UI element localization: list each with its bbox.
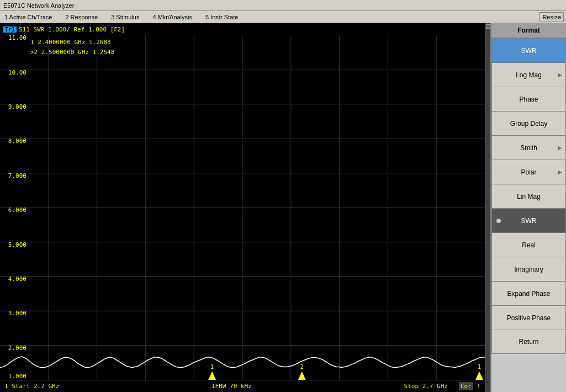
start-freq-label: 1 Start 2.2 GHz [4, 383, 59, 390]
smith-arrow: ▶ [558, 145, 562, 151]
svg-text:9.000: 9.000 [8, 103, 27, 110]
chart-plot: 1 2.4000000 GHz 1.2683 >2 2.5000000 GHz … [0, 35, 485, 380]
resize-button[interactable]: Resize [539, 12, 564, 22]
svg-text:3.000: 3.000 [8, 310, 27, 317]
svg-text:6.000: 6.000 [8, 206, 27, 214]
format-swr-active[interactable]: SWR [491, 38, 566, 62]
svg-text:4.000: 4.000 [8, 276, 27, 283]
scrollbar-strip [485, 23, 490, 392]
svg-text:1: 1 [478, 363, 481, 369]
marker-2-info: >2 2.5000000 GHz 1.2548 [30, 47, 114, 57]
svg-text:5.000: 5.000 [8, 241, 27, 248]
return-btn[interactable]: Return [491, 330, 566, 354]
scroll-arrow-up[interactable] [486, 24, 490, 29]
chart-header: Tr1 S11 SWR 1.000/ Ref 1.000 [F2] [0, 23, 485, 35]
phase-btn[interactable]: Phase [491, 87, 566, 111]
app-title: E5071C Network Analyzer [3, 2, 74, 9]
menu-instr-state[interactable]: 5 Instr State [203, 13, 240, 22]
main-container: Tr1 S11 SWR 1.000/ Ref 1.000 [F2] 1 2.40… [0, 23, 566, 392]
svg-text:1.000: 1.000 [8, 373, 27, 380]
lin-mag-btn[interactable]: Lin Mag [491, 184, 566, 208]
title-bar: E5071C Network Analyzer [0, 0, 566, 11]
swr-selected-btn[interactable]: SWR [491, 208, 566, 232]
svg-text:1: 1 [210, 363, 214, 369]
log-mag-btn[interactable]: Log Mag ▶ [491, 62, 566, 87]
stop-freq-label: Stop 2.7 GHz Cor ! [404, 383, 480, 390]
plot-svg: 11.00 10.00 9.000 8.000 7.000 6.000 5.00… [0, 35, 485, 380]
swr-dot [496, 219, 501, 223]
menu-mkr-analysis[interactable]: 4 Mkr/Analysis [150, 13, 194, 22]
menu-active-ch[interactable]: 1 Active Ch/Trace [2, 13, 54, 22]
marker-1-info: 1 2.4000000 GHz 1.2683 [30, 38, 114, 47]
warning-label: ! [477, 383, 480, 390]
log-mag-arrow: ▶ [558, 72, 562, 78]
chart-area: Tr1 S11 SWR 1.000/ Ref 1.000 [F2] 1 2.40… [0, 23, 485, 392]
menu-bar: 1 Active Ch/Trace 2 Response 3 Stimulus … [0, 11, 566, 23]
format-header: Format [491, 23, 566, 38]
svg-text:11.00: 11.00 [8, 35, 27, 41]
svg-text:2: 2 [300, 363, 304, 369]
menu-stimulus[interactable]: 3 Stimulus [109, 13, 141, 22]
real-btn[interactable]: Real [491, 232, 566, 257]
group-delay-btn[interactable]: Group Delay [491, 111, 566, 135]
cor-label: Cor [459, 382, 473, 390]
chart-footer: 1 Start 2.2 GHz IFBW 70 kHz Stop 2.7 GHz… [0, 380, 485, 392]
menu-response[interactable]: 2 Response [63, 13, 100, 22]
svg-text:10.00: 10.00 [8, 68, 27, 76]
expand-phase-btn[interactable]: Expand Phase [491, 281, 566, 305]
svg-text:2.000: 2.000 [8, 345, 27, 352]
polar-btn[interactable]: Polar ▶ [491, 160, 566, 184]
chart-info: S11 SWR 1.000/ Ref 1.000 [F2] [19, 26, 125, 33]
polar-arrow: ▶ [558, 169, 562, 175]
svg-text:8.000: 8.000 [8, 137, 27, 145]
svg-text:7.000: 7.000 [8, 172, 27, 179]
ifbw-label: IFBW 70 kHz [211, 383, 252, 390]
smith-btn[interactable]: Smith ▶ [491, 135, 566, 160]
right-panel: Format SWR Log Mag ▶ Phase Group Delay S… [490, 23, 566, 392]
imaginary-btn[interactable]: Imaginary [491, 257, 566, 281]
marker-info: 1 2.4000000 GHz 1.2683 >2 2.5000000 GHz … [30, 38, 114, 57]
positive-phase-btn[interactable]: Positive Phase [491, 305, 566, 330]
trace-label: Tr1 [3, 27, 17, 33]
